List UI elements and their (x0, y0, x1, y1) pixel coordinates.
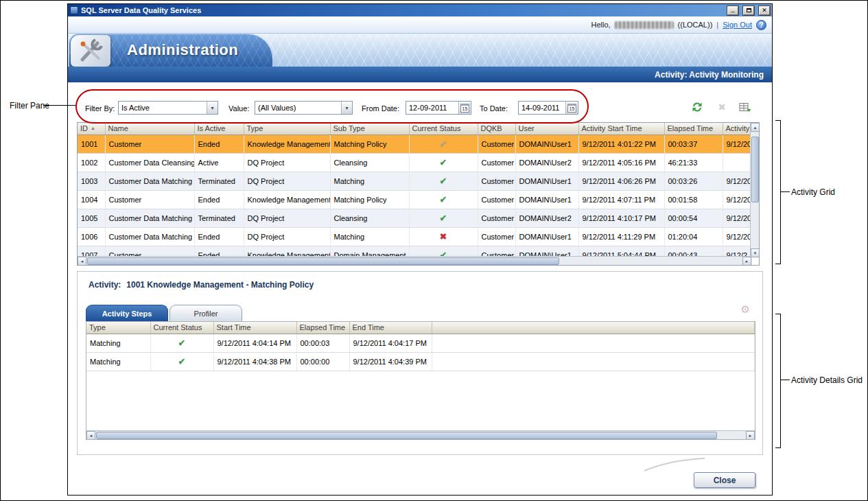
col-header-name[interactable]: Name (105, 123, 194, 135)
cell-user: DOMAIN\User1 (515, 172, 578, 190)
cell-start: 9/12/2011 4:06:26 PM (578, 172, 664, 190)
cell-end: 9/12/20 (723, 172, 751, 190)
vertical-scrollbar-thumb[interactable] (751, 137, 759, 202)
tab-activity-steps[interactable]: Activity Steps (86, 305, 168, 321)
scroll-right-button[interactable]: ► (742, 257, 751, 266)
scroll-right-button[interactable]: ► (746, 431, 755, 440)
col-header-start-time[interactable]: Activity Start Time (578, 123, 664, 135)
scroll-left-button[interactable]: ◄ (86, 431, 95, 440)
cell-type: DQ Project (244, 227, 330, 246)
activity-context-bar: Activity: Activity Monitoring (68, 67, 772, 82)
cell-elapsed: 00:03:37 (664, 135, 723, 153)
table-row[interactable]: 1006Customer Data MatchingEndedDQ Projec… (78, 227, 751, 246)
calendar-day: 15 (460, 104, 470, 113)
cell-elapsed: 46:21:33 (664, 153, 723, 172)
col-header-sub-type[interactable]: Sub Type (330, 123, 409, 135)
col-header-start-time[interactable]: Start Time (213, 322, 296, 334)
close-button[interactable]: Close (694, 472, 755, 488)
details-horizontal-scrollbar[interactable]: ◄ ► (86, 430, 755, 439)
cell-type: Knowledge Management (244, 190, 330, 209)
minimize-button[interactable]: _ (727, 6, 738, 15)
col-header-dqkb[interactable]: DQKB (478, 123, 515, 135)
horizontal-scrollbar-thumb[interactable] (87, 257, 559, 265)
scroll-down-button[interactable]: ▼ (751, 248, 760, 257)
user-strip: Hello, ((LOCAL)) | Sign Out ? (68, 16, 772, 34)
from-date-input[interactable]: 12-09-2011 15 (406, 101, 471, 115)
cell-name: Customer Data Matching (105, 172, 194, 190)
table-row[interactable]: 1001CustomerEndedKnowledge ManagementMat… (78, 135, 751, 153)
col-header-elapsed-time[interactable]: Elapsed Time (664, 123, 723, 135)
cell-id: 1005 (78, 209, 105, 227)
minimize-icon: _ (731, 6, 734, 12)
details-scrollbar-thumb[interactable] (96, 432, 717, 439)
cell-type: Matching (86, 334, 150, 352)
col-header-current-status[interactable]: Current Status (150, 322, 213, 334)
status-cell: ✔ (409, 153, 478, 172)
annotation-filter-pane: Filter Pane (10, 101, 49, 110)
status-cell: ✔ (409, 172, 478, 190)
restore-button[interactable] (743, 6, 754, 15)
cell-is_active: Terminated (194, 209, 244, 227)
cell-sub_type: Cleansing (330, 209, 409, 227)
col-header-user[interactable]: User (515, 123, 578, 135)
table-row[interactable]: Matching✔9/12/2011 4:04:38 PM00:00:009/1… (86, 352, 755, 371)
vertical-scrollbar[interactable]: ▲ ▼ (750, 123, 759, 257)
status-cell: ✔ (409, 190, 478, 209)
value-value: (All Values) (255, 102, 341, 114)
table-row[interactable]: 1003Customer Data MatchingTerminatedDQ P… (78, 172, 751, 190)
tab-profiler[interactable]: Profiler (169, 305, 242, 321)
chevron-down-icon[interactable]: ▾ (207, 102, 218, 114)
scroll-up-button[interactable]: ▲ (751, 123, 760, 132)
details-header-row: Type Current Status Start Time Elapsed T… (86, 322, 755, 334)
cell-dqkb: Customer (478, 227, 515, 246)
cell-end: 9/12/20 (723, 209, 751, 227)
cell-user: DOMAIN\User1 (515, 190, 578, 209)
to-date-input[interactable]: 14-09-2011 15 (518, 101, 578, 115)
cell-dqkb: Customer (478, 190, 515, 209)
cell-user: DOMAIN\User1 (515, 227, 578, 246)
app-window: SQL Server Data Quality Services _ ✕ Hel… (67, 3, 773, 496)
table-row[interactable]: 1004CustomerEndedKnowledge ManagementMat… (78, 190, 751, 209)
calendar-icon[interactable]: 15 (458, 102, 471, 114)
col-header-id[interactable]: ID▲ (78, 123, 105, 135)
sign-out-link[interactable]: Sign Out (723, 21, 752, 29)
col-header-activity-end[interactable]: Activity (723, 123, 751, 135)
from-date-label: From Date: (362, 104, 399, 113)
cell-start: 9/12/2011 4:07:11 PM (578, 190, 664, 209)
close-window-button[interactable]: ✕ (759, 6, 770, 15)
calendar-icon[interactable]: 15 (565, 102, 578, 114)
col-header-elapsed-time[interactable]: Elapsed Time (296, 322, 349, 334)
scroll-left-button[interactable]: ◄ (78, 257, 86, 266)
status-ok-icon: ✔ (440, 176, 447, 186)
activity-context-label: Activity: Activity Monitoring (655, 70, 764, 80)
cell-is_active: Ended (194, 190, 244, 209)
cell-dqkb: Customer (478, 135, 515, 153)
value-select[interactable]: (All Values) ▾ (255, 101, 353, 115)
help-icon[interactable]: ? (756, 20, 766, 30)
col-header-is-active[interactable]: Is Active (194, 123, 244, 135)
status-fail-icon: ✖ (440, 231, 447, 242)
cell-sub_type: Matching (330, 227, 409, 246)
value-label: Value: (228, 104, 249, 113)
cell-id: 1001 (78, 135, 105, 153)
chevron-down-icon[interactable]: ▾ (341, 102, 352, 114)
app-icon (70, 6, 78, 14)
table-row[interactable]: Matching✔9/12/2011 4:04:14 PM00:00:039/1… (86, 334, 755, 352)
close-icon: ✕ (762, 8, 767, 14)
col-header-type[interactable]: Type (244, 123, 330, 135)
cell-start: 9/12/2011 4:01:22 PM (578, 135, 664, 153)
filter-by-select[interactable]: Is Active ▾ (118, 101, 218, 115)
col-header-current-status[interactable]: Current Status (409, 123, 478, 135)
terminate-activity-icon: ✖ (714, 100, 729, 114)
col-header-end-time[interactable]: End Time (349, 322, 432, 334)
table-row[interactable]: 1002Customer Data CleansingActiveDQ Proj… (78, 153, 751, 172)
horizontal-scrollbar[interactable]: ◄ ► (78, 256, 751, 265)
refresh-icon[interactable] (690, 100, 705, 114)
cell-name: Customer Data Matching (105, 209, 194, 227)
col-header-type[interactable]: Type (86, 322, 150, 334)
annotation-activity-details-grid: Activity Details Grid (791, 375, 863, 385)
table-row[interactable]: 1005Customer Data MatchingTerminatedDQ P… (78, 209, 751, 227)
export-grid-icon[interactable] (738, 100, 753, 114)
filter-by-label: Filter By: (85, 104, 115, 113)
titlebar[interactable]: SQL Server Data Quality Services _ ✕ (68, 4, 772, 16)
